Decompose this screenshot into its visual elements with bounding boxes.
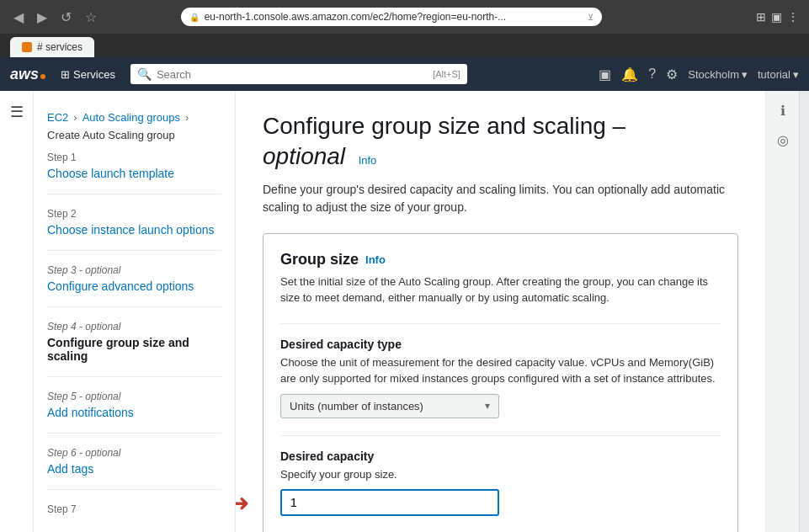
sidebar-toggle[interactable]: ☰	[0, 91, 34, 532]
url-text: eu-north-1.console.aws.amazon.com/ec2/ho…	[205, 11, 583, 23]
step1-link[interactable]: Choose launch template	[47, 167, 221, 180]
chevron-down-icon: ▾	[742, 68, 748, 81]
step4-label: Step 4 - optional	[47, 321, 221, 332]
divider-1	[280, 323, 721, 324]
region-selector[interactable]: Stockholm ▾	[688, 68, 748, 81]
divider-2	[280, 435, 721, 436]
nav-step-6: Step 6 - optional Add tags	[47, 447, 221, 490]
breadcrumb-ec2[interactable]: EC2	[47, 111, 68, 124]
aws-nav: aws ⊞ Services 🔍 [Alt+S] ▣ 🔔 ? ⚙ Stockho…	[0, 57, 809, 91]
nav-step-5: Step 5 - optional Add notifications	[47, 391, 221, 434]
left-nav: EC2 › Auto Scaling groups › Create Auto …	[34, 91, 236, 532]
aws-logo-text: aws	[10, 66, 39, 83]
settings-panel-icon[interactable]: ◎	[777, 132, 789, 148]
desired-capacity-input[interactable]	[280, 489, 499, 516]
bookmark-button[interactable]: ☆	[82, 8, 100, 27]
main-card: Group size Info Set the initial size of …	[263, 233, 738, 532]
nav-step-2: Step 2 Choose instance launch options	[47, 208, 221, 251]
step7-label: Step 7	[47, 503, 221, 515]
search-bar[interactable]: 🔍 [Alt+S]	[130, 64, 467, 84]
url-bar[interactable]: 🔒 eu-north-1.console.aws.amazon.com/ec2/…	[181, 8, 602, 26]
heading-part1: Configure group size and scaling –	[263, 113, 625, 139]
share-icon: ⊻	[588, 13, 593, 22]
services-button[interactable]: ⊞ Services	[56, 65, 120, 84]
breadcrumb: EC2 › Auto Scaling groups › Create Auto …	[34, 104, 235, 152]
arrow-container: ➜	[280, 489, 721, 516]
aws-logo: aws	[10, 66, 45, 83]
step4-link: Configure group size and scaling	[47, 336, 221, 363]
step6-label: Step 6 - optional	[47, 447, 221, 459]
profile-icon[interactable]: ▣	[771, 10, 782, 24]
step2-label: Step 2	[47, 208, 221, 220]
chevron-down-icon-2: ▾	[793, 68, 799, 81]
search-icon: 🔍	[137, 67, 152, 81]
group-size-section: Group size Info Set the initial size of …	[280, 251, 721, 306]
menu-icon[interactable]: ⋮	[787, 10, 799, 24]
desired-capacity-type-section: Desired capacity type Choose the unit of…	[280, 338, 721, 418]
chevron-down-icon-3: ▾	[485, 400, 490, 412]
desired-capacity-type-select[interactable]: Units (number of instances) ▾	[280, 394, 499, 418]
refresh-button[interactable]: ↺	[57, 8, 75, 27]
browser-chrome: ◀ ▶ ↺ ☆ 🔒 eu-north-1.console.aws.amazon.…	[0, 0, 809, 34]
heading-info-link[interactable]: Info	[359, 154, 377, 167]
tutorial-link[interactable]: tutorial ▾	[758, 68, 799, 81]
select-value: Units (number of instances)	[290, 400, 423, 412]
tab-title: # services	[37, 41, 82, 53]
extensions-icon[interactable]: ⊞	[756, 10, 766, 24]
main-content: Configure group size and scaling – optio…	[236, 91, 765, 532]
right-panel: ℹ ◎	[765, 91, 799, 532]
breadcrumb-sep-2: ›	[185, 111, 189, 124]
aws-logo-dot	[40, 74, 45, 79]
group-size-info-link[interactable]: Info	[365, 253, 386, 266]
group-size-title: Group size Info	[280, 251, 721, 269]
forward-button[interactable]: ▶	[34, 8, 51, 27]
lock-icon: 🔒	[189, 13, 200, 22]
nav-step-7: Step 7	[47, 503, 221, 532]
step2-link[interactable]: Choose instance launch options	[47, 223, 221, 237]
step3-label: Step 3 - optional	[47, 264, 221, 276]
page-container: ☰ EC2 › Auto Scaling groups › Create Aut…	[0, 91, 809, 532]
tab-bar: # services	[0, 34, 809, 57]
grid-icon: ⊞	[61, 68, 70, 81]
nav-step-4: Step 4 - optional Configure group size a…	[47, 321, 221, 377]
desired-capacity-type-label: Desired capacity type	[280, 338, 721, 351]
aws-nav-right: ▣ 🔔 ? ⚙ Stockholm ▾ tutorial ▾	[599, 66, 799, 82]
bell-icon[interactable]: 🔔	[621, 66, 638, 82]
breadcrumb-auto-scaling[interactable]: Auto Scaling groups	[82, 111, 180, 124]
breadcrumb-sep-1: ›	[73, 111, 77, 124]
step5-link[interactable]: Add notifications	[47, 406, 221, 419]
breadcrumb-current: Create Auto Scaling group	[47, 129, 175, 141]
desired-capacity-label: Desired capacity	[280, 450, 721, 463]
desired-capacity-section: Desired capacity Specify your group size…	[280, 450, 721, 517]
active-tab[interactable]: # services	[10, 37, 94, 57]
group-size-desc: Set the initial size of the Auto Scaling…	[280, 274, 721, 306]
nav-step-3: Step 3 - optional Configure advanced opt…	[47, 264, 221, 307]
dashboard-icon[interactable]: ▣	[599, 66, 611, 82]
nav-step-1: Step 1 Choose launch template	[47, 152, 221, 194]
step5-label: Step 5 - optional	[47, 391, 221, 402]
tab-favicon	[22, 42, 32, 52]
browser-right-icons: ⊞ ▣ ⋮	[756, 10, 799, 24]
red-arrow: ➜	[236, 489, 249, 517]
desired-capacity-type-desc: Choose the unit of measurement for the d…	[280, 354, 721, 387]
page-heading: Configure group size and scaling – optio…	[263, 111, 738, 173]
help-icon[interactable]: ?	[648, 66, 656, 82]
scrollbar[interactable]	[799, 91, 809, 532]
info-panel-icon[interactable]: ℹ	[780, 103, 785, 119]
step1-label: Step 1	[47, 152, 221, 163]
step6-link[interactable]: Add tags	[47, 462, 221, 476]
services-label: Services	[73, 68, 115, 81]
desired-capacity-desc: Specify your group size.	[280, 466, 721, 483]
settings-icon[interactable]: ⚙	[666, 66, 678, 82]
hamburger-icon[interactable]: ☰	[10, 103, 24, 121]
heading-italic: optional	[263, 143, 345, 169]
nav-steps: Step 1 Choose launch template Step 2 Cho…	[34, 152, 235, 532]
step3-link[interactable]: Configure advanced options	[47, 279, 221, 293]
page-description: Define your group's desired capacity and…	[263, 181, 738, 216]
search-shortcut: [Alt+S]	[433, 69, 460, 79]
search-input[interactable]	[157, 68, 428, 81]
back-button[interactable]: ◀	[10, 8, 27, 27]
